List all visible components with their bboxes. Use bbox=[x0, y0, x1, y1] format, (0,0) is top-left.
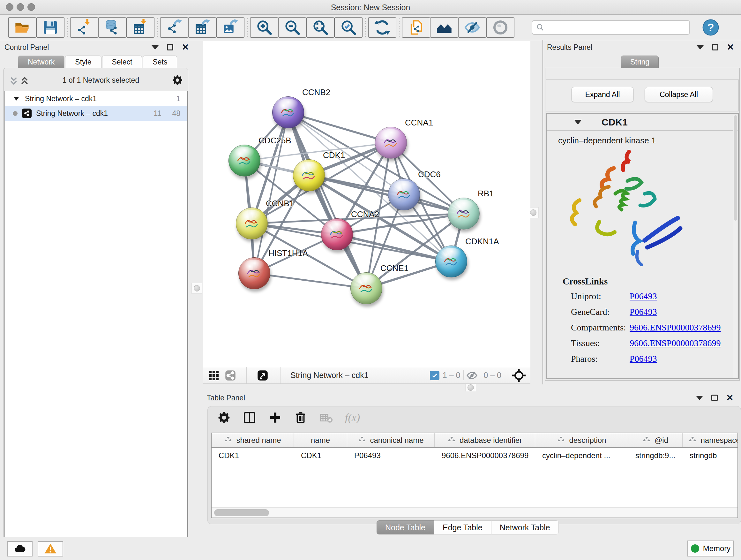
network-list-subheader: 1 of 1 Network selected bbox=[3, 72, 188, 88]
float-panel-icon[interactable] bbox=[712, 44, 718, 51]
network-style-icon[interactable] bbox=[225, 370, 236, 381]
grid-view-icon[interactable] bbox=[208, 370, 219, 381]
expand-all-button[interactable]: Expand All bbox=[571, 87, 634, 102]
column-header-shared-name[interactable]: shared name bbox=[212, 433, 294, 447]
network-node-RB1[interactable] bbox=[448, 198, 480, 230]
clone-network-button[interactable] bbox=[402, 17, 430, 38]
tab-string[interactable]: String bbox=[621, 56, 659, 68]
import-network-button[interactable] bbox=[70, 17, 98, 38]
birds-eye-view-icon[interactable] bbox=[257, 370, 268, 381]
float-panel-icon[interactable] bbox=[167, 44, 173, 51]
zoom-selected-button[interactable] bbox=[334, 17, 362, 38]
open-session-button[interactable] bbox=[8, 17, 37, 38]
save-session-icon bbox=[42, 19, 59, 36]
network-node-CDC6[interactable] bbox=[388, 179, 420, 210]
float-panel-icon[interactable] bbox=[711, 395, 718, 401]
network-node-CCNB2[interactable] bbox=[272, 97, 304, 128]
network-canvas[interactable]: CCNB2 CCNA1 CDC25B CDK1 CDC6 RB1 bbox=[203, 41, 530, 367]
collapse-all-icon[interactable] bbox=[8, 75, 19, 85]
crosslink-link[interactable]: 9606.ENSP00000378699 bbox=[630, 338, 721, 348]
tab-select[interactable]: Select bbox=[102, 56, 142, 68]
network-node-HIST1H1A[interactable] bbox=[239, 257, 270, 289]
network-node-CCNB1[interactable] bbox=[236, 207, 268, 240]
crosslink-link[interactable]: P06493 bbox=[630, 307, 657, 317]
string-network-icon bbox=[22, 109, 31, 118]
zoom-in-button[interactable] bbox=[250, 17, 278, 38]
trash-icon[interactable] bbox=[294, 411, 307, 424]
close-panel-icon[interactable]: ✕ bbox=[726, 395, 733, 401]
collapse-all-button[interactable]: Collapse All bbox=[645, 87, 713, 102]
graphics-details-button[interactable] bbox=[430, 17, 458, 38]
import-database-button[interactable] bbox=[98, 17, 126, 38]
close-panel-icon[interactable]: ✕ bbox=[182, 44, 189, 51]
section-scrollbar[interactable] bbox=[733, 115, 738, 378]
save-session-button[interactable] bbox=[37, 17, 64, 38]
network-node-CDKN1A[interactable] bbox=[435, 246, 467, 277]
control-panel-title: Control Panel bbox=[4, 43, 49, 52]
protein-thumbnail bbox=[299, 165, 320, 185]
gear-icon[interactable] bbox=[217, 411, 231, 424]
search-input[interactable] bbox=[544, 23, 682, 32]
column-header-namespace[interactable]: namespace bbox=[683, 433, 738, 447]
close-panel-icon[interactable]: ✕ bbox=[727, 44, 734, 51]
hide-gui-button[interactable] bbox=[458, 17, 486, 38]
export-table-button[interactable] bbox=[188, 17, 216, 38]
collapse-section-icon[interactable] bbox=[574, 120, 582, 125]
vertical-splitter-grip[interactable] bbox=[192, 283, 202, 294]
edge-count: 48 bbox=[172, 109, 180, 118]
refresh-network-button[interactable] bbox=[368, 17, 396, 38]
import-table-button[interactable] bbox=[126, 17, 154, 38]
crosslink-link[interactable]: P06493 bbox=[630, 354, 657, 364]
highlight-button[interactable] bbox=[486, 17, 515, 38]
export-network-button[interactable] bbox=[160, 17, 188, 38]
crosslink-link[interactable]: 9606.ENSP00000378699 bbox=[630, 322, 721, 333]
table-cell: P06493 bbox=[347, 448, 434, 463]
network-node-CDK1[interactable] bbox=[293, 159, 325, 191]
gear-icon[interactable] bbox=[172, 74, 183, 86]
collapse-panel-icon[interactable] bbox=[696, 396, 703, 400]
memory-label: Memory bbox=[703, 544, 731, 553]
table-row[interactable]: CDK1CDK1P064939606.ENSP00000378699cyclin… bbox=[212, 448, 738, 463]
table-horizontal-scrollbar[interactable] bbox=[212, 507, 738, 517]
title-bar: Session: New Session bbox=[0, 0, 741, 15]
export-image-button[interactable] bbox=[216, 17, 245, 38]
collapse-panel-icon[interactable] bbox=[697, 45, 704, 50]
column-header-description[interactable]: description bbox=[535, 433, 628, 447]
network-node-CCNA2[interactable] bbox=[321, 219, 353, 250]
tab-network-table[interactable]: Network Table bbox=[491, 520, 559, 535]
warning-button[interactable] bbox=[38, 541, 63, 557]
column-label: namespace bbox=[700, 436, 738, 445]
column-header-name[interactable]: name bbox=[294, 433, 347, 447]
network-node-CDC25B[interactable] bbox=[228, 145, 260, 177]
network-node-CCNA1[interactable] bbox=[375, 127, 407, 159]
help-button[interactable]: ? bbox=[702, 19, 719, 36]
network-node-CCNE1[interactable] bbox=[350, 272, 382, 304]
crosslink-label: Tissues: bbox=[562, 338, 630, 348]
crosslink-link[interactable]: P06493 bbox=[630, 291, 657, 301]
network-row[interactable]: String Network – cdk11148 bbox=[5, 106, 187, 121]
delete-table-icon bbox=[320, 411, 333, 424]
tab-node-table[interactable]: Node Table bbox=[377, 520, 434, 535]
column-header-canonical-name[interactable]: canonical name bbox=[347, 433, 434, 447]
zoom-out-button[interactable] bbox=[278, 17, 307, 38]
column-header-database-identifier[interactable]: database identifier bbox=[434, 433, 535, 447]
tab-network[interactable]: Network bbox=[18, 56, 64, 68]
network-collection-row[interactable]: String Network – cdk11 bbox=[5, 91, 187, 106]
tab-style[interactable]: Style bbox=[65, 56, 101, 68]
zoom-fit-button[interactable] bbox=[307, 17, 334, 38]
crosshair-icon[interactable] bbox=[512, 368, 526, 382]
add-icon[interactable] bbox=[268, 411, 282, 424]
column-header--id[interactable]: @id bbox=[628, 433, 683, 447]
expand-all-icon[interactable] bbox=[19, 75, 30, 85]
status-bar: Memory bbox=[0, 537, 741, 560]
collapse-tree-icon[interactable] bbox=[13, 97, 19, 101]
show-columns-icon[interactable] bbox=[243, 411, 256, 424]
memory-button[interactable]: Memory bbox=[687, 541, 734, 557]
tab-sets[interactable]: Sets bbox=[143, 56, 177, 68]
cloud-button[interactable] bbox=[7, 541, 32, 557]
tab-edge-table[interactable]: Edge Table bbox=[434, 520, 491, 535]
collapse-panel-icon[interactable] bbox=[151, 45, 158, 50]
gene-section-header[interactable]: CDK1 bbox=[547, 114, 738, 131]
node-label-CCNE1: CCNE1 bbox=[381, 263, 408, 273]
selected-nodes-checkbox[interactable] bbox=[430, 371, 440, 380]
